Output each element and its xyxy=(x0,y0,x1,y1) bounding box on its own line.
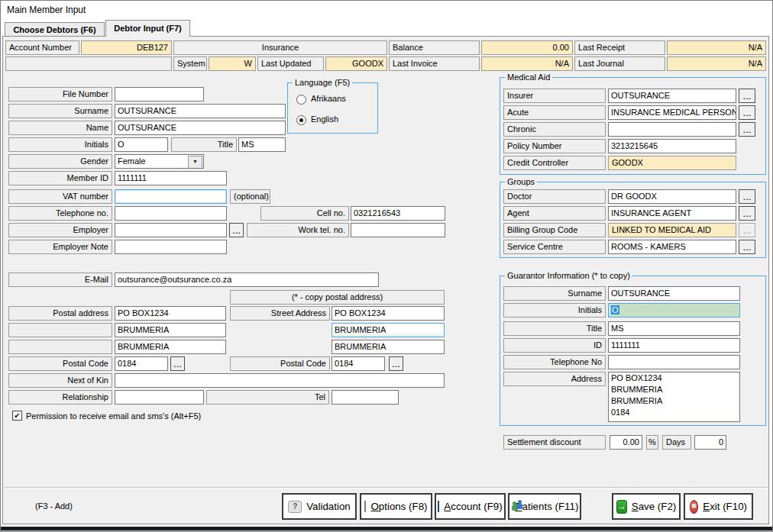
employer-lookup-button[interactable]: ... xyxy=(229,223,244,237)
validation-button[interactable]: ? Validation xyxy=(282,493,357,520)
guarantor-surname-input[interactable]: OUTSURANCE xyxy=(608,286,740,301)
vat-number-input[interactable] xyxy=(115,189,227,204)
title-label: Title xyxy=(171,137,237,152)
cell-no-input[interactable]: 0321216543 xyxy=(351,206,445,221)
save-button[interactable]: → Save (F2) xyxy=(612,493,681,520)
english-radio[interactable] xyxy=(296,115,306,125)
afrikaans-radio[interactable] xyxy=(296,95,306,105)
dropdown-arrow-icon[interactable]: ▼ xyxy=(188,156,202,169)
postal-address-line3-input[interactable]: BRUMMERIA xyxy=(115,340,226,354)
credit-controller-value: GOODX xyxy=(608,156,736,170)
english-radio-label[interactable]: English xyxy=(311,114,338,124)
guarantor-initials-label: Initials xyxy=(503,303,606,318)
acute-lookup-button[interactable]: ... xyxy=(739,105,755,120)
street-postal-code-lookup-button[interactable]: ... xyxy=(389,356,403,371)
last-invoice-label: Last Invoice xyxy=(389,56,480,71)
member-id-input[interactable]: 1111111 xyxy=(115,171,227,185)
policy-number-input[interactable]: 3213215645 xyxy=(608,139,736,153)
language-group-legend: Language (F5) xyxy=(293,77,352,88)
tel-input[interactable] xyxy=(332,390,399,405)
street-address-line3-input[interactable]: BRUMMERIA xyxy=(332,340,445,354)
patients-button[interactable]: Patients (F11) xyxy=(508,493,581,520)
account-button-label: Account (F9) xyxy=(444,501,502,512)
validation-icon: ? xyxy=(288,501,302,513)
street-address-line1-input[interactable]: PO BOX1234 xyxy=(332,306,445,321)
account-button[interactable]: Account (F9) xyxy=(435,493,506,520)
telephone-input[interactable] xyxy=(115,206,227,221)
last-updated-label: Last Updated xyxy=(257,56,324,71)
agent-input[interactable]: INSURANCE AGENT xyxy=(608,206,736,221)
gender-select[interactable]: Female ▼ xyxy=(115,154,204,169)
agent-lookup-button[interactable]: ... xyxy=(739,206,755,221)
postal-code-label: Postal Code xyxy=(8,356,112,371)
surname-input[interactable]: OUTSURANCE xyxy=(115,104,286,118)
save-button-label: Save (F2) xyxy=(632,501,677,512)
chronic-input[interactable] xyxy=(608,122,736,137)
billing-group-lookup-button: ... xyxy=(739,223,755,237)
file-number-input[interactable] xyxy=(115,87,204,102)
copy-postal-address-hint: (* - copy postal address) xyxy=(230,290,445,305)
guarantor-address-label: Address xyxy=(503,372,606,386)
acute-input[interactable]: INSURANCE MEDICAL PERSONAL xyxy=(608,105,736,120)
vat-optional-label: (optional) xyxy=(230,189,270,204)
tab-choose-debtors[interactable]: Choose Debtors (F6) xyxy=(5,22,105,37)
guarantor-telephone-input[interactable] xyxy=(608,355,740,369)
name-input[interactable]: OUTSURANCE xyxy=(115,121,286,135)
employer-input[interactable] xyxy=(115,223,227,237)
title-input[interactable]: MS xyxy=(238,137,286,152)
exit-button[interactable]: ✖ Exit (F10) xyxy=(684,493,753,520)
account-icon xyxy=(438,501,439,512)
tab-debtor-input[interactable]: Debtor Input (F7) xyxy=(105,20,190,37)
service-centre-lookup-button[interactable]: ... xyxy=(739,240,755,254)
postal-code-lookup-button[interactable]: ... xyxy=(170,356,185,371)
service-centre-input[interactable]: ROOMS - KAMERS xyxy=(608,240,736,254)
initials-label: Initials xyxy=(8,137,112,152)
balance-value: 0.00 xyxy=(481,40,573,55)
insurance-label: Insurance xyxy=(173,40,387,55)
doctor-input[interactable]: DR GOODX xyxy=(608,189,736,204)
f3-add-hint: (F3 - Add) xyxy=(35,501,73,511)
options-button-label: Options (F8) xyxy=(370,501,427,512)
postal-address-line3-label xyxy=(8,340,112,354)
street-postal-code-input[interactable]: 0184 xyxy=(332,356,385,371)
agent-label: Agent xyxy=(503,206,606,221)
email-input[interactable]: outsurance@outsurance.co.za xyxy=(115,272,379,287)
balance-label: Balance xyxy=(389,40,480,55)
exit-button-label: Exit (F10) xyxy=(703,501,747,512)
insurer-input[interactable]: OUTSURANCE xyxy=(608,89,736,103)
policy-number-label: Policy Number xyxy=(503,139,606,153)
relationship-label: Relationship xyxy=(8,390,112,405)
employer-note-input[interactable] xyxy=(115,240,227,254)
postal-address-line2-input[interactable]: BRUMMERIA xyxy=(115,323,226,337)
initials-input[interactable]: O xyxy=(115,137,168,152)
guarantor-initials-input[interactable]: O xyxy=(608,303,740,318)
work-tel-label: Work tel. no. xyxy=(247,223,349,237)
next-of-kin-input[interactable] xyxy=(115,373,445,388)
postal-address-line2-label xyxy=(8,323,112,337)
service-centre-label: Service Centre xyxy=(503,240,606,254)
afrikaans-radio-label[interactable]: Afrikaans xyxy=(311,94,346,103)
street-address-line2-input[interactable]: BRUMMERIA xyxy=(332,323,445,337)
account-number-label: Account Number xyxy=(5,40,79,55)
options-icon xyxy=(364,501,366,512)
work-tel-input[interactable] xyxy=(351,223,445,237)
guarantor-initials-selection: O xyxy=(611,305,619,314)
exit-icon: ✖ xyxy=(690,500,698,514)
account-number-value: DEB127 xyxy=(81,40,172,55)
permission-checkbox[interactable]: ✔ xyxy=(12,411,22,421)
last-journal-value: N/A xyxy=(667,56,766,71)
doctor-lookup-button[interactable]: ... xyxy=(739,189,755,204)
postal-address-line1-input[interactable]: PO BOX1234 xyxy=(115,306,226,321)
guarantor-address-input[interactable]: PO BOX1234 BRUMMERIA BRUMMERIA 0184 xyxy=(608,372,740,422)
options-button[interactable]: Options (F8) xyxy=(360,493,432,520)
insurer-lookup-button[interactable]: ... xyxy=(739,89,755,103)
settlement-discount-input[interactable]: 0.00 xyxy=(610,435,642,450)
relationship-input[interactable] xyxy=(115,390,204,405)
permission-label[interactable]: Permission to receive email and sms's (A… xyxy=(26,411,201,421)
chronic-lookup-button[interactable]: ... xyxy=(739,122,755,137)
guarantor-id-input[interactable]: 1111111 xyxy=(608,338,740,353)
settlement-days-input[interactable]: 0 xyxy=(694,435,726,450)
postal-code-input[interactable]: 0184 xyxy=(115,356,168,371)
file-number-label: File Number xyxy=(8,87,112,102)
guarantor-title-input[interactable]: MS xyxy=(608,321,740,336)
